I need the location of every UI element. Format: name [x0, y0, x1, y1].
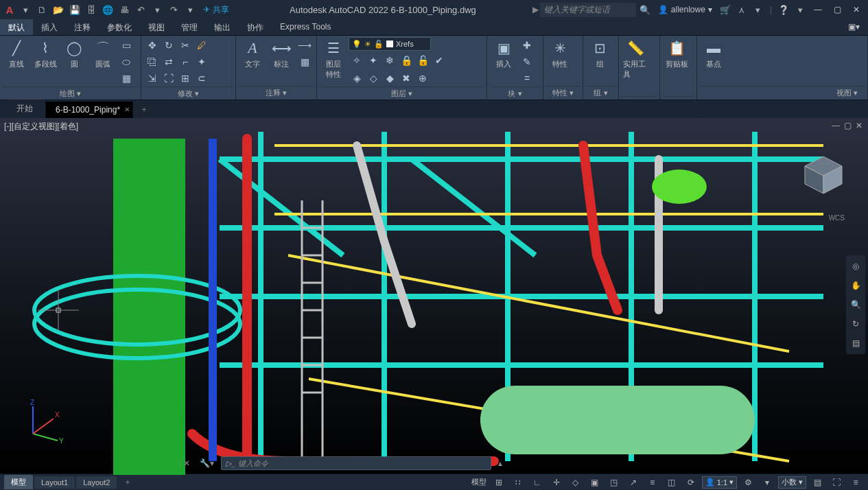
cmd-history-icon[interactable]: ▴ [495, 458, 505, 468]
base-button[interactable]: ▬ 基点 [700, 37, 727, 71]
layunlk-icon[interactable]: 🔓 [414, 52, 431, 69]
qat-redo-dropdown2[interactable]: ▾ [183, 2, 198, 17]
ribbon-tab-default[interactable]: 默认 [0, 19, 33, 35]
edit-block-icon[interactable]: ✎ [519, 54, 535, 70]
laymch-icon[interactable]: ✔ [431, 52, 447, 69]
tab-add-button[interactable]: ＋ [133, 101, 155, 118]
ribbon-tab-express[interactable]: Express Tools [272, 19, 339, 35]
qat-plot-icon[interactable]: 🖶 [117, 2, 132, 17]
qat-new-icon[interactable]: 🗋 [34, 2, 49, 17]
scale-icon[interactable]: ⛶ [161, 70, 177, 86]
osnap-icon[interactable]: ▣ [587, 476, 603, 489]
command-input[interactable]: ▷_ 键入命令 [221, 456, 491, 470]
hatch-icon[interactable]: ▦ [118, 70, 134, 86]
trim-icon[interactable]: ✂ [177, 37, 193, 54]
status-model-label[interactable]: 模型 [470, 477, 488, 487]
app-logo[interactable]: A [3, 3, 16, 16]
ribbon-tab-annotate[interactable]: 注释 [66, 19, 99, 35]
copy-icon[interactable]: ⿻ [144, 54, 161, 70]
lwt-icon[interactable]: ≡ [644, 476, 661, 489]
ellipse-icon[interactable]: ⬭ [118, 54, 134, 70]
tab-start[interactable]: 开始 [7, 100, 46, 118]
layfrz-icon[interactable]: ❄ [382, 52, 398, 69]
ribbon-tab-view[interactable]: 视图 [140, 19, 173, 35]
panel-view-title[interactable]: 视图 ▾ [700, 86, 865, 100]
fillet-icon[interactable]: ⌐ [177, 54, 193, 70]
search-input[interactable]: 键入关键字或短语 [540, 3, 636, 17]
pan-icon[interactable]: ✋ [849, 279, 863, 292]
mirror-icon[interactable]: ⇄ [161, 54, 177, 70]
gear-icon[interactable]: ⚙ [740, 476, 756, 489]
polyline-button[interactable]: ⌇ 多段线 [32, 37, 59, 71]
ribbon-tab-output[interactable]: 输出 [206, 19, 239, 35]
customize-icon[interactable]: ≡ [847, 476, 864, 489]
laycur-icon[interactable]: ◈ [349, 70, 365, 86]
vp-minimize-icon[interactable]: — [832, 121, 840, 130]
qat-redo-icon[interactable]: ↷ [166, 2, 181, 17]
qat-save-icon[interactable]: 💾 [67, 2, 82, 17]
apps-icon[interactable]: ⋏ [734, 2, 749, 17]
ribbon-collapse-icon[interactable]: ▣▾ [840, 19, 868, 35]
ribbon-tab-manage[interactable]: 管理 [173, 19, 206, 35]
snap-icon[interactable]: ∷ [510, 476, 526, 489]
polar-icon[interactable]: ✛ [548, 476, 565, 489]
text-button[interactable]: A 文字 [239, 37, 266, 71]
tab-close-icon[interactable]: ✕ [124, 106, 130, 113]
tab-layout1[interactable]: Layout1 [34, 476, 75, 489]
line-button[interactable]: ╱ 直线 [3, 37, 30, 71]
insert-button[interactable]: ▣ 插入 [490, 37, 517, 71]
laylck-icon[interactable]: 🔒 [398, 52, 414, 69]
units-dropdown[interactable]: 小数 ▾ [778, 476, 806, 489]
erase-icon[interactable]: 🖊 [193, 37, 210, 54]
props-button[interactable]: ✳ 特性 [546, 37, 574, 71]
layon-icon[interactable]: ✦ [365, 52, 382, 69]
stretch-icon[interactable]: ⇲ [144, 70, 161, 86]
cart-icon[interactable]: 🛒 [718, 2, 733, 17]
cmd-customize-icon[interactable]: 🔧▾ [197, 458, 217, 468]
tab-layout-add[interactable]: ＋ [118, 476, 137, 488]
array-icon[interactable]: ⊞ [177, 70, 193, 86]
layiso-icon[interactable]: ◇ [365, 70, 382, 86]
laymrg-icon[interactable]: ⊕ [414, 70, 431, 86]
qat-saveas-icon[interactable]: 🗄 [84, 2, 99, 17]
ribbon-tab-parametric[interactable]: 参数化 [99, 19, 140, 35]
vp-restore-icon[interactable]: ▢ [844, 121, 852, 130]
layer-props-button[interactable]: ☰ 图层 特性 [320, 37, 347, 81]
create-block-icon[interactable]: ✚ [519, 37, 535, 54]
cmd-handle-icon[interactable]: ⁝ ✕ [176, 458, 193, 468]
help-icon[interactable]: ❔ [776, 2, 791, 17]
explode-icon[interactable]: ✦ [193, 54, 210, 70]
steering-wheel-icon[interactable]: ◎ [849, 259, 863, 273]
qat-undo-icon[interactable]: ↶ [133, 2, 148, 17]
search-icon[interactable]: 🔍 [637, 2, 653, 17]
showmotion-icon[interactable]: ▤ [849, 336, 863, 350]
table-icon[interactable]: ▦ [296, 54, 313, 70]
group-button[interactable]: ⊡ 组 [586, 37, 613, 71]
3dosnap-icon[interactable]: ◳ [606, 476, 622, 489]
panel-modify-title[interactable]: 修改 ▾ [144, 86, 233, 100]
laydel-icon[interactable]: ✖ [398, 70, 414, 86]
workspace-icon[interactable]: ▾ [759, 476, 775, 489]
ribbon-tab-insert[interactable]: 插入 [33, 19, 66, 35]
user-menu[interactable]: 👤 allenlowe ▾ [654, 5, 716, 14]
layuniso-icon[interactable]: ◆ [382, 70, 398, 86]
ortho-icon[interactable]: ∟ [529, 476, 546, 489]
orbit-icon[interactable]: ↻ [849, 317, 863, 331]
qat-web-icon[interactable]: 🌐 [100, 2, 115, 17]
isodraft-icon[interactable]: ◇ [567, 476, 584, 489]
qat-redo-dropdown[interactable]: ▾ [150, 2, 165, 17]
dimension-button[interactable]: ⟷ 标注 [268, 37, 295, 71]
quickprops-icon[interactable]: ▤ [809, 476, 825, 489]
panel-layers-title[interactable]: 图层 ▾ [320, 86, 484, 100]
otrack-icon[interactable]: ↗ [625, 476, 642, 489]
cycling-icon[interactable]: ⟳ [683, 476, 699, 489]
close-button[interactable]: ✕ [847, 2, 865, 17]
viewcube[interactable] [799, 152, 847, 200]
vp-close-icon[interactable]: ✕ [856, 121, 863, 130]
annotation-scale[interactable]: 👤 1:1 ▾ [702, 476, 737, 489]
arc-button[interactable]: ⌒ 圆弧 [89, 37, 117, 71]
drawing-area[interactable]: [-][自定义视图][着色] — ▢ ✕ WCS ◎ ✋ 🔍 ↻ ▤ Z Y X… [0, 118, 868, 474]
grid-icon[interactable]: ⊞ [491, 476, 507, 489]
tab-drawing[interactable]: 6-B-1000_Piping* ✕ [46, 102, 133, 118]
viewport-label[interactable]: [-][自定义视图][着色] [4, 121, 78, 132]
